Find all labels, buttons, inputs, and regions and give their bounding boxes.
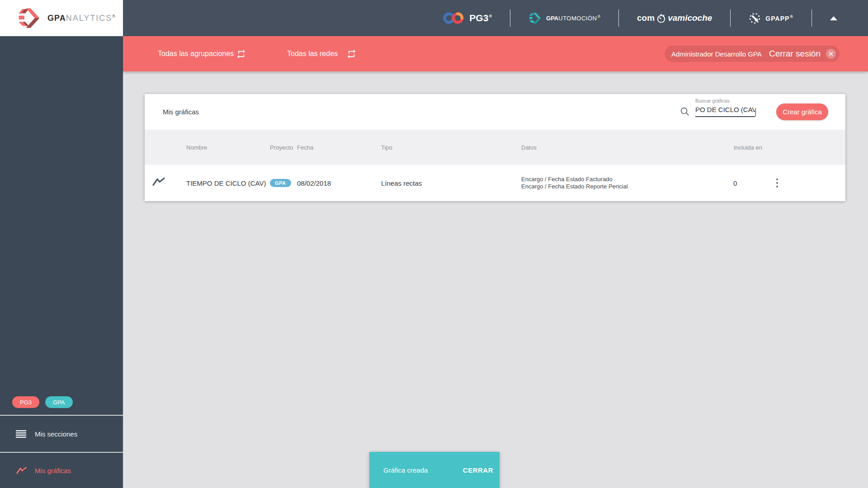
logo-reg-mark: ® bbox=[112, 14, 116, 19]
row-date: 08/02/2018 bbox=[297, 165, 331, 201]
row-type: Líneas rectas bbox=[381, 165, 422, 201]
top-header: PG3® GPAUTOMOCIÓN® com vamicoc bbox=[123, 0, 868, 36]
pg3-label: PG3® bbox=[469, 13, 492, 23]
gpapp-gauge-wrench-icon bbox=[749, 12, 761, 24]
gpapp-label: GPAPP® bbox=[765, 14, 793, 22]
column-header-name: Nombre bbox=[186, 130, 207, 165]
divider bbox=[618, 9, 619, 27]
toast-message: Gráfica creada bbox=[383, 466, 428, 474]
collapse-up-icon[interactable] bbox=[830, 16, 837, 20]
sidebar-item-label: Mis secciones bbox=[35, 430, 77, 438]
column-header-type: Tipo bbox=[381, 130, 392, 165]
logo-text-bold: GPA bbox=[47, 14, 66, 23]
search-label: Buscar gráficas bbox=[695, 98, 755, 103]
table-header: Nombre Proyecto Fecha Tipo Datos Incluid… bbox=[145, 130, 845, 165]
column-header-project: Proyecto bbox=[270, 130, 293, 165]
gpautomocion-arrow-icon bbox=[528, 12, 542, 24]
search-input[interactable] bbox=[695, 105, 755, 117]
sidebar-item-mis-graficas[interactable]: Mis gráficas bbox=[0, 452, 123, 488]
table-row[interactable]: TIEMPO DE CICLO (CAV) GPA 08/02/2018 Lín… bbox=[145, 165, 845, 201]
row-data: Encargo / Fecha Estado Facturado Encargo… bbox=[521, 165, 628, 201]
row-name: TIEMPO DE CICLO (CAV) bbox=[186, 165, 266, 201]
logo-text-light: NALYTICS bbox=[66, 14, 113, 23]
line-chart-icon bbox=[152, 177, 165, 189]
divider bbox=[811, 9, 812, 27]
all-groups-selector[interactable]: Todas las agrupaciones bbox=[158, 36, 234, 71]
current-user-label: Administrador Desarrollo GPA bbox=[671, 50, 762, 58]
logout-button[interactable]: Cerrar sesión bbox=[769, 49, 821, 59]
pg3-infinity-icon bbox=[443, 11, 464, 25]
row-included-count: 0 bbox=[733, 165, 737, 201]
gpapp-app-link[interactable]: GPAPP® bbox=[749, 12, 793, 24]
stopwatch-icon bbox=[656, 13, 666, 23]
text-caret bbox=[755, 108, 756, 117]
search-icon[interactable] bbox=[680, 107, 690, 118]
row-data-line: Encargo / Fecha Estado Reporte Pericial bbox=[521, 183, 628, 190]
pg3-app-link[interactable]: PG3® bbox=[443, 11, 492, 25]
gpautomocion-app-link[interactable]: GPAUTOMOCIÓN® bbox=[528, 12, 600, 24]
logout-x-icon[interactable] bbox=[826, 49, 836, 59]
sidebar-item-label: Mis gráficas bbox=[35, 467, 71, 474]
swap-icon[interactable] bbox=[236, 49, 246, 61]
gpa-analytics-arrow-icon bbox=[17, 8, 42, 28]
column-header-data: Datos bbox=[521, 130, 537, 165]
divider bbox=[730, 9, 731, 27]
create-chart-button[interactable]: Crear gráfica bbox=[776, 103, 828, 120]
app-logo: GPANALYTICS® bbox=[0, 0, 123, 36]
project-badge: GPA bbox=[270, 179, 291, 187]
filter-bar: Todas las agrupaciones Todas las redes A… bbox=[123, 36, 868, 71]
all-networks-selector[interactable]: Todas las redes bbox=[287, 36, 338, 71]
comprovamicoche-app-link[interactable]: com vamicoche bbox=[637, 13, 712, 23]
row-project: GPA bbox=[270, 165, 291, 201]
column-header-included: Incluida en bbox=[734, 130, 762, 165]
divider bbox=[510, 9, 510, 27]
sidebar-badges: PG3 GPA bbox=[12, 396, 73, 408]
pg3-badge[interactable]: PG3 bbox=[12, 396, 39, 408]
my-charts-card: Mis gráficas Buscar gráficas Crear gráfi… bbox=[145, 94, 845, 201]
app-switcher: PG3® GPAUTOMOCIÓN® com vamicoc bbox=[443, 0, 837, 36]
page-title: Mis gráficas bbox=[163, 94, 199, 130]
com-label-pre: com bbox=[637, 13, 655, 23]
session-pill: Administrador Desarrollo GPA Cerrar sesi… bbox=[665, 46, 840, 62]
gpautomocion-label: GPAUTOMOCIÓN® bbox=[546, 14, 600, 22]
com-label-post: vamicoche bbox=[668, 13, 712, 23]
search-field: Buscar gráficas bbox=[695, 98, 755, 117]
gpa-badge[interactable]: GPA bbox=[45, 396, 73, 408]
sidebar: PG3 GPA Mis secciones Mis gráficas bbox=[0, 0, 123, 488]
swap-icon[interactable] bbox=[346, 49, 357, 61]
line-chart-icon bbox=[16, 466, 29, 475]
menu-icon bbox=[16, 430, 29, 438]
snackbar-toast: Gráfica creada CERRAR bbox=[369, 452, 500, 488]
sidebar-item-mis-secciones[interactable]: Mis secciones bbox=[0, 415, 123, 452]
column-header-date: Fecha bbox=[297, 130, 313, 165]
toast-close-button[interactable]: CERRAR bbox=[463, 466, 493, 474]
app-logo-text: GPANALYTICS® bbox=[47, 14, 116, 23]
row-data-line: Encargo / Fecha Estado Facturado bbox=[521, 176, 613, 183]
kebab-icon[interactable] bbox=[771, 177, 783, 189]
